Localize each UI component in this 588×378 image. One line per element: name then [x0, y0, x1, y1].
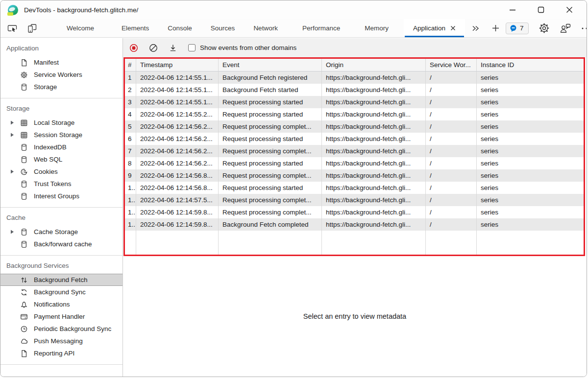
table-row[interactable]: 1..2022-04-06 12:14:59.8...Background Fe… — [125, 218, 584, 231]
sidebar-item-interest-groups[interactable]: Interest Groups — [0, 190, 122, 202]
checkbox-label: Show events from other domains — [200, 44, 296, 51]
clear-button[interactable] — [149, 44, 158, 52]
expand-triangle-icon[interactable] — [9, 132, 20, 138]
sidebar-item-payment-handler[interactable]: Payment Handler — [0, 310, 122, 323]
edge-devtools-logo-icon — [8, 5, 18, 15]
expand-triangle-icon[interactable] — [9, 169, 20, 174]
devtools-tabbar: Welcome Elements Console Sources Network… — [0, 19, 587, 38]
card-icon — [20, 313, 29, 321]
tab-welcome[interactable]: Welcome — [57, 19, 103, 37]
gear-icon — [20, 71, 29, 79]
section-header-application: Application — [0, 40, 122, 56]
more-options-icon[interactable] — [581, 27, 587, 30]
sidebar-item-push-messaging[interactable]: Push Messaging — [0, 335, 122, 347]
table-row[interactable]: 1..2022-04-06 12:14:57.5...Request proce… — [125, 194, 584, 206]
sidebar-item-cache-storage[interactable]: Cache Storage — [0, 226, 122, 238]
tab-sources[interactable]: Sources — [201, 19, 245, 37]
tab-network[interactable]: Network — [244, 19, 287, 37]
titlebar: DevTools - background-fetch.glitch.me/ — [0, 0, 587, 19]
table-row[interactable]: 72022-04-06 12:14:56.2...Request process… — [125, 145, 584, 157]
document-icon — [20, 350, 29, 357]
sidebar-item-background-fetch[interactable]: Background Fetch — [0, 274, 122, 286]
section-header-background-services: Background Services — [0, 258, 122, 274]
table-row[interactable]: 92022-04-06 12:14:56.8...Request process… — [125, 169, 584, 182]
issues-chat-icon — [510, 24, 517, 32]
table-row[interactable]: 1..2022-04-06 12:14:59.8...Request proce… — [125, 206, 584, 218]
section-header-storage: Storage — [0, 100, 122, 117]
sidebar-item-manifest[interactable]: Manifest — [0, 56, 122, 69]
cookie-icon — [20, 168, 29, 176]
device-toolbar-icon[interactable] — [27, 23, 38, 34]
sidebar-item-service-workers[interactable]: Service Workers — [0, 69, 122, 81]
table-icon — [20, 119, 29, 127]
sidebar-item-back-forward-cache[interactable]: Back/forward cache — [0, 238, 122, 250]
table-empty-area — [125, 231, 584, 255]
tab-console[interactable]: Console — [158, 19, 201, 37]
sidebar-item-storage[interactable]: Storage — [0, 81, 122, 93]
table-row[interactable]: 12022-04-06 12:14:55.1...Background Fetc… — [125, 71, 584, 84]
more-tabs-chevron-icon[interactable] — [465, 19, 486, 37]
updown-arrows-icon — [20, 276, 29, 284]
tab-application[interactable]: Application — [404, 19, 465, 37]
database-icon — [20, 83, 29, 91]
sync-icon — [20, 288, 29, 296]
database-icon — [20, 156, 29, 164]
checkbox-box[interactable] — [188, 44, 196, 51]
metadata-placeholder: Select an entry to view metadata — [303, 312, 406, 320]
tab-memory[interactable]: Memory — [355, 19, 398, 37]
table-row[interactable]: 42022-04-06 12:14:55.2...Request process… — [125, 108, 584, 120]
minimize-button[interactable] — [509, 6, 516, 13]
table-row[interactable]: 22022-04-06 12:14:55.1...Background Fetc… — [125, 84, 584, 96]
table-row[interactable]: 82022-04-06 12:14:56.2...Request process… — [125, 157, 584, 169]
show-events-checkbox[interactable]: Show events from other domains — [188, 44, 296, 51]
table-row[interactable]: 1..2022-04-06 12:14:56.8...Request proce… — [125, 182, 584, 194]
metadata-pane: Select an entry to view metadata — [123, 256, 587, 377]
table-row[interactable]: 52022-04-06 12:14:56.2...Request process… — [125, 120, 584, 133]
document-icon — [20, 59, 29, 67]
section-header-cache: Cache — [0, 210, 122, 226]
expand-triangle-icon[interactable] — [9, 229, 20, 235]
sidebar-item-notifications[interactable]: Notifications — [0, 298, 122, 310]
sidebar-item-indexeddb[interactable]: IndexedDB — [0, 141, 122, 153]
events-table-highlighted: # Timestamp Event Origin Service Wor... … — [123, 57, 585, 256]
maximize-button[interactable] — [538, 6, 544, 13]
inspect-element-icon[interactable] — [7, 23, 18, 34]
devtools-window: DevTools - background-fetch.glitch.me/ — [0, 0, 587, 377]
tab-application-label: Application — [413, 24, 445, 32]
sidebar-item-web-sql[interactable]: Web SQL — [0, 153, 122, 165]
sidebar-item-local-storage[interactable]: Local Storage — [0, 117, 122, 129]
sidebar-bottom-divider — [0, 364, 122, 369]
sidebar-item-reporting-api[interactable]: Reporting API — [0, 347, 122, 359]
table-icon — [20, 131, 29, 139]
window-title: DevTools - background-fetch.glitch.me/ — [24, 6, 138, 14]
table-header-row[interactable]: # Timestamp Event Origin Service Wor... … — [125, 59, 584, 71]
close-button[interactable] — [566, 6, 573, 13]
bell-icon — [20, 301, 29, 308]
download-icon[interactable] — [169, 44, 177, 52]
tab-close-icon[interactable] — [450, 25, 456, 31]
application-sidebar: Application Manifest — [0, 38, 123, 377]
sidebar-item-session-storage[interactable]: Session Storage — [0, 129, 122, 141]
clock-icon — [20, 325, 29, 333]
database-icon — [20, 192, 29, 200]
settings-gear-icon[interactable] — [539, 23, 550, 34]
sidebar-item-trust-tokens[interactable]: Trust Tokens — [0, 178, 122, 190]
database-icon — [20, 143, 29, 151]
background-fetch-toolbar: Show events from other domains — [123, 38, 587, 57]
sidebar-item-cookies[interactable]: Cookies — [0, 165, 122, 178]
table-row[interactable]: 32022-04-06 12:14:55.1...Request process… — [125, 96, 584, 108]
issues-counter[interactable]: 7 — [506, 23, 529, 34]
sidebar-item-background-sync[interactable]: Background Sync — [0, 286, 122, 298]
database-icon — [20, 180, 29, 188]
database-icon — [20, 240, 29, 248]
feedback-icon[interactable] — [560, 23, 571, 34]
cloud-icon — [20, 337, 29, 345]
table-row[interactable]: 62022-04-06 12:14:56.2...Request process… — [125, 133, 584, 145]
tab-performance[interactable]: Performance — [293, 19, 349, 37]
record-button[interactable] — [129, 44, 138, 52]
tab-elements[interactable]: Elements — [112, 19, 158, 37]
expand-triangle-icon[interactable] — [9, 120, 20, 125]
sidebar-item-periodic-background-sync[interactable]: Periodic Background Sync — [0, 323, 122, 335]
add-tab-plus-icon[interactable] — [486, 19, 506, 37]
issues-count-label: 7 — [520, 24, 524, 32]
